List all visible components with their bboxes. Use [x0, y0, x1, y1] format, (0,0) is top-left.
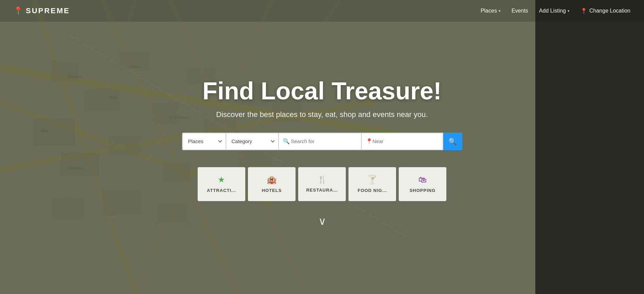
logo-pin-icon: 📍: [14, 6, 24, 15]
search-type-select[interactable]: Places Events: [182, 133, 226, 150]
category-card-attractions[interactable]: ★ ATTRACTI...: [198, 167, 245, 201]
category-card-hotels[interactable]: 🏨 HOTELS: [248, 167, 296, 201]
hotels-icon: 🏨: [267, 175, 277, 184]
nav-add-listing[interactable]: Add Listing ▾: [539, 8, 570, 14]
nav-links: Places ▾ Events Add Listing ▾ 📍 Change L…: [481, 8, 630, 14]
category-card-food-nightlife[interactable]: 🍸 FOOD NIG...: [348, 167, 396, 201]
add-listing-chevron-icon: ▾: [568, 9, 570, 13]
location-pin-icon: 📍: [580, 8, 587, 14]
logo: 📍 SUPREME: [14, 6, 70, 15]
nav-add-listing-label: Add Listing: [539, 8, 566, 14]
shopping-label: SHOPPING: [410, 188, 436, 193]
category-card-shopping[interactable]: 🛍 SHOPPING: [399, 167, 446, 201]
search-text-wrap: 🔍: [279, 133, 362, 150]
attractions-icon: ★: [218, 175, 225, 184]
hero-subtitle: Discover the best places to stay, eat, s…: [216, 110, 428, 119]
search-near-wrap: 📍: [362, 133, 443, 150]
search-button-icon: 🔍: [448, 137, 457, 145]
brand-name: SUPREME: [26, 6, 70, 15]
near-pin-icon: 📍: [366, 138, 373, 144]
category-card-restaurants[interactable]: 🍴 RESTAURA...: [298, 167, 346, 201]
category-cards: ★ ATTRACTI... 🏨 HOTELS 🍴 RESTAURA... 🍸 F…: [198, 167, 446, 201]
hero-content: Find Local Treasure! Discover the best p…: [0, 0, 644, 294]
nav-places-label: Places: [481, 8, 497, 14]
places-chevron-icon: ▾: [499, 9, 501, 13]
search-near-input[interactable]: [362, 133, 443, 150]
nav-change-location[interactable]: 📍 Change Location: [580, 8, 630, 14]
search-text-input[interactable]: [279, 133, 362, 150]
search-bar: Places Events Category Attractions Hotel…: [182, 133, 462, 150]
nav-events-label: Events: [512, 8, 528, 14]
hero-title: Find Local Treasure!: [202, 77, 442, 105]
nav-events[interactable]: Events: [512, 8, 528, 14]
navbar: 📍 SUPREME Places ▾ Events Add Listing ▾ …: [0, 0, 644, 22]
attractions-label: ATTRACTI...: [207, 188, 236, 193]
hotels-label: HOTELS: [262, 188, 282, 193]
scroll-indicator[interactable]: ∨: [318, 215, 326, 228]
food-nightlife-label: FOOD NIG...: [358, 188, 387, 193]
food-nightlife-icon: 🍸: [367, 175, 377, 184]
search-category-select[interactable]: Category Attractions Hotels Restaurants …: [226, 133, 279, 150]
search-magnifier-icon: 🔍: [283, 138, 290, 144]
nav-change-location-label: Change Location: [589, 8, 630, 14]
restaurants-icon: 🍴: [318, 175, 327, 184]
search-button[interactable]: 🔍: [443, 133, 462, 150]
shopping-icon: 🛍: [418, 175, 427, 184]
restaurants-label: RESTAURA...: [306, 188, 338, 193]
nav-places[interactable]: Places ▾: [481, 8, 501, 14]
